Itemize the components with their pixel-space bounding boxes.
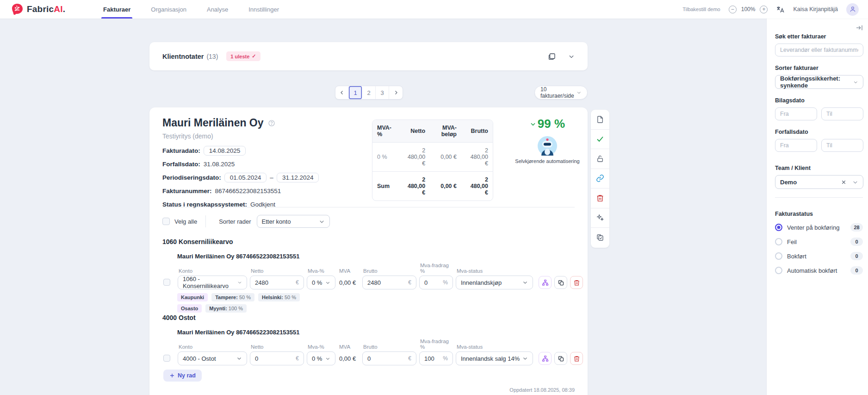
forfallsdato-from-input[interactable] bbox=[775, 139, 817, 152]
period-from-value[interactable]: 01.05.2024 bbox=[224, 173, 267, 182]
duplicate-row-button[interactable] bbox=[554, 276, 567, 289]
brutto-input-box: € bbox=[362, 351, 416, 365]
page-button-3[interactable]: 3 bbox=[376, 86, 389, 99]
reset-demo-link[interactable]: Tilbakestill demo bbox=[682, 6, 720, 12]
vat-row: 0 %2 480,00 € 0,00 €2 480,00 € bbox=[372, 143, 493, 171]
status-option-bokfort[interactable]: Bokført 0 bbox=[775, 252, 863, 260]
team-client-select[interactable]: Demo bbox=[775, 175, 863, 189]
page-size-select[interactable]: 10 fakturaer/side bbox=[534, 86, 588, 100]
toolbar-ai-button[interactable] bbox=[591, 208, 609, 228]
row-checkbox[interactable] bbox=[163, 355, 170, 362]
status-option-feil[interactable]: Feil 0 bbox=[775, 238, 863, 246]
fradrag-input-box: % bbox=[419, 351, 453, 365]
mva-status-select[interactable]: Innenlandskjøp bbox=[456, 276, 533, 289]
status-option-venter[interactable]: Venter på bokføring 28 bbox=[775, 223, 863, 232]
select-all-checkbox[interactable] bbox=[162, 218, 170, 225]
clear-icon[interactable] bbox=[841, 179, 847, 185]
stacked-windows-icon[interactable] bbox=[548, 52, 556, 61]
sort-invoices-label: Sorter fakturaer bbox=[775, 65, 863, 71]
prev-page-button[interactable] bbox=[335, 86, 349, 99]
fradrag-input[interactable] bbox=[424, 355, 440, 362]
new-row-button[interactable]: Ny rad bbox=[163, 370, 202, 382]
tab-organisasjon[interactable]: Organisasjon bbox=[141, 0, 197, 19]
invoice-subtitle: Testiyritys (demo) bbox=[162, 132, 319, 140]
konto-select[interactable]: 1060 - Konserniliikearvo bbox=[178, 276, 247, 289]
mva-status-select[interactable]: Innenlandsk salg 14% bbox=[456, 351, 533, 365]
bilagsdato-label: Bilagsdato bbox=[775, 97, 863, 104]
status-option-automatisk[interactable]: Automatisk bokført 0 bbox=[775, 266, 863, 275]
netto-input-box: € bbox=[250, 351, 304, 365]
forfallsdato-to-input[interactable] bbox=[821, 139, 863, 152]
document-icon bbox=[596, 115, 604, 124]
confidence-value: 99 % bbox=[538, 117, 565, 131]
duplicate-row-button[interactable] bbox=[554, 352, 567, 365]
dimensions-button[interactable] bbox=[539, 352, 552, 365]
chevron-down-icon[interactable] bbox=[568, 53, 575, 60]
row-checkbox[interactable] bbox=[163, 279, 170, 286]
row-title: Mauri Meriläinen Oy 8674665223082153551 bbox=[177, 253, 575, 260]
toolbar-unlock-button[interactable] bbox=[591, 149, 609, 169]
toolbar-link-button[interactable] bbox=[591, 169, 609, 189]
zoom-level: 100% bbox=[741, 6, 756, 13]
plus-icon bbox=[169, 373, 175, 378]
tag[interactable]: Tampere: 50 % bbox=[211, 293, 254, 301]
language-translate-icon[interactable] bbox=[776, 5, 785, 14]
fradrag-input[interactable] bbox=[424, 279, 440, 286]
dimensions-button[interactable] bbox=[539, 276, 552, 289]
tab-innstillinger[interactable]: Innstillinger bbox=[238, 0, 289, 19]
netto-input[interactable] bbox=[255, 279, 293, 286]
search-input[interactable] bbox=[775, 44, 863, 56]
period-to-value[interactable]: 31.12.2024 bbox=[277, 173, 319, 182]
select-all-label: Velg alle bbox=[174, 218, 197, 225]
vat-summary-table: MVA-% Netto MVA-beløp Brutto 0 %2 480,00… bbox=[372, 119, 493, 201]
mva-pct-select[interactable]: 0 % bbox=[307, 351, 335, 365]
user-name[interactable]: Kaisa Kirjanpitäjä bbox=[793, 6, 838, 13]
search-label: Søk etter fakturaer bbox=[775, 33, 863, 40]
toolbar-document-button[interactable] bbox=[591, 110, 609, 130]
toolbar-tasks-button[interactable] bbox=[591, 228, 609, 248]
tag[interactable]: Kaupunki bbox=[177, 293, 208, 301]
delete-row-button[interactable] bbox=[570, 352, 583, 365]
chevron-left-icon bbox=[339, 90, 345, 95]
updated-timestamp: Oppdatert 18.08.2025, 08:39 bbox=[509, 387, 575, 393]
tag[interactable]: Helsinki: 50 % bbox=[258, 293, 300, 301]
toolbar-approve-button[interactable] bbox=[591, 130, 609, 150]
help-icon[interactable] bbox=[268, 119, 275, 127]
brutto-input[interactable] bbox=[367, 279, 405, 286]
sort-invoices-select[interactable]: Bokføringssikkerhet: synkende bbox=[775, 75, 863, 89]
check-icon: ✓ bbox=[252, 53, 256, 59]
delete-row-button[interactable] bbox=[570, 276, 583, 289]
konto-select[interactable]: 4000 - Ostot bbox=[178, 351, 247, 365]
copy-icon bbox=[558, 279, 564, 286]
tag[interactable]: Myynti: 100 % bbox=[205, 304, 247, 313]
collapse-sidebar-button[interactable] bbox=[775, 24, 863, 31]
invoice-date-value[interactable]: 14.08.2025 bbox=[204, 146, 246, 156]
avatar[interactable] bbox=[846, 3, 859, 16]
radio-selected-icon bbox=[775, 224, 782, 231]
zoom-controls: − 100% + bbox=[729, 6, 768, 13]
netto-input[interactable] bbox=[255, 355, 293, 362]
bilagsdato-to-input[interactable] bbox=[821, 107, 863, 120]
toolbar-delete-button[interactable] bbox=[591, 188, 609, 208]
tab-analyse[interactable]: Analyse bbox=[197, 0, 238, 19]
brutto-input[interactable] bbox=[367, 355, 405, 362]
forfallsdato-label: Forfallsdato bbox=[775, 129, 863, 135]
next-page-button[interactable] bbox=[389, 86, 403, 99]
sort-rows-select[interactable]: Etter konto bbox=[257, 215, 330, 228]
app-logo[interactable]: FabricAI. bbox=[11, 3, 65, 15]
robot-icon bbox=[538, 136, 557, 156]
team-client-label: Team / Klient bbox=[775, 165, 863, 171]
unlock-icon bbox=[596, 155, 604, 163]
zoom-out-button[interactable]: − bbox=[729, 6, 737, 13]
mva-pct-select[interactable]: 0 % bbox=[307, 276, 335, 289]
bilagsdato-from-input[interactable] bbox=[775, 107, 817, 120]
tab-fakturaer[interactable]: Fakturaer bbox=[93, 0, 141, 19]
page-button-2[interactable]: 2 bbox=[362, 86, 376, 99]
unread-badge[interactable]: 1 uleste✓ bbox=[226, 51, 260, 61]
tag[interactable]: Osasto bbox=[177, 304, 202, 313]
status-count-badge: 0 bbox=[850, 252, 863, 260]
divider bbox=[775, 197, 863, 198]
page-button-1[interactable]: 1 bbox=[349, 86, 362, 99]
invoice-number-row: Fakturanummer: 8674665223082153551 bbox=[162, 186, 319, 196]
zoom-in-button[interactable]: + bbox=[760, 6, 768, 13]
